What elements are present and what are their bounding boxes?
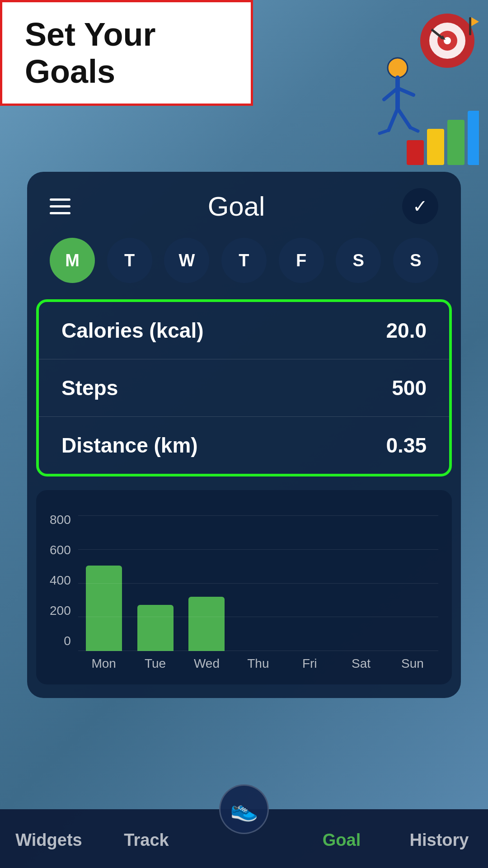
svg-rect-19: [468, 111, 479, 165]
distance-row[interactable]: Distance (km) 0.35: [39, 417, 449, 474]
steps-label: Steps: [61, 376, 392, 400]
nav-widgets[interactable]: Widgets: [0, 828, 98, 850]
nav-goal[interactable]: Goal: [293, 828, 390, 850]
y-label-600: 600: [50, 543, 71, 557]
grid-line-5: [78, 651, 438, 651]
chart-container: 800 600 400 200 0: [36, 490, 452, 684]
x-label-sat: Sat: [340, 656, 382, 671]
hamburger-line-2: [50, 205, 70, 208]
y-label-400: 400: [50, 573, 71, 588]
svg-rect-16: [407, 140, 424, 165]
nav-history[interactable]: History: [390, 828, 488, 850]
day-sunday[interactable]: S: [393, 238, 438, 283]
svg-line-11: [398, 88, 413, 95]
x-label-wed: Wed: [186, 656, 228, 671]
calories-label: Calories (kcal): [61, 318, 386, 343]
card-header: Goal ✓: [27, 172, 461, 238]
header-box: Set Your Goals: [0, 0, 253, 106]
chart-bars-area: Mon Tue Wed Thu Fri Sat Sun: [78, 515, 438, 671]
day-label-w: W: [178, 251, 195, 270]
day-label-t2: T: [239, 251, 249, 270]
day-monday[interactable]: M: [50, 238, 95, 283]
hamburger-line-1: [50, 198, 70, 201]
day-selector: M T W T F S S: [27, 238, 461, 299]
day-label-f: F: [296, 251, 306, 270]
nav-widgets-label: Widgets: [15, 830, 82, 850]
main-card: Goal ✓ M T W T F S S Calories (kcal): [27, 172, 461, 698]
steps-value: 500: [392, 376, 427, 400]
y-label-800: 800: [50, 513, 71, 527]
day-label-s2: S: [410, 251, 421, 270]
x-label-thu: Thu: [237, 656, 279, 671]
day-thursday[interactable]: T: [221, 238, 267, 283]
grid-line-3: [78, 583, 438, 584]
distance-value: 0.35: [386, 433, 427, 458]
menu-button[interactable]: [50, 198, 70, 214]
goals-table: Calories (kcal) 20.0 Steps 500 Distance …: [36, 299, 452, 476]
card-title: Goal: [208, 191, 265, 222]
calories-row[interactable]: Calories (kcal) 20.0: [39, 302, 449, 359]
illustration: [343, 5, 479, 167]
nav-track-label: Track: [124, 830, 169, 850]
day-tuesday[interactable]: T: [107, 238, 152, 283]
steps-row[interactable]: Steps 500: [39, 359, 449, 417]
x-label-fri: Fri: [288, 656, 331, 671]
nav-history-label: History: [410, 830, 469, 850]
shoe-icon: 👟: [230, 796, 258, 822]
x-labels: Mon Tue Wed Thu Fri Sat Sun: [78, 651, 438, 671]
svg-rect-17: [427, 129, 444, 165]
grid-line-1: [78, 515, 438, 516]
bottom-nav: Widgets Track 👟 Goal History: [0, 809, 488, 868]
svg-rect-4: [469, 17, 471, 35]
day-wednesday[interactable]: W: [164, 238, 209, 283]
day-saturday[interactable]: S: [336, 238, 381, 283]
y-label-200: 200: [50, 604, 71, 618]
svg-point-3: [444, 37, 451, 44]
nav-goal-label: Goal: [323, 830, 361, 850]
grid-line-2: [78, 549, 438, 550]
svg-point-8: [388, 58, 408, 78]
svg-line-13: [398, 108, 410, 127]
svg-marker-5: [471, 17, 479, 26]
nav-track[interactable]: Track: [98, 828, 195, 850]
confirm-button[interactable]: ✓: [402, 188, 438, 224]
day-friday[interactable]: F: [279, 238, 324, 283]
page-title: Set Your Goals: [25, 16, 155, 90]
chart-y-axis: 800 600 400 200 0: [50, 513, 71, 648]
svg-line-15: [410, 127, 418, 131]
grid-line-4: [78, 617, 438, 617]
svg-rect-18: [447, 120, 465, 165]
svg-line-12: [389, 108, 398, 130]
check-icon: ✓: [413, 196, 428, 217]
day-label-m: M: [65, 251, 80, 270]
day-label-s1: S: [353, 251, 364, 270]
day-label-t1: T: [124, 251, 135, 270]
y-label-0: 0: [50, 634, 71, 648]
nav-center-button[interactable]: 👟: [219, 784, 269, 834]
chart-area: 800 600 400 200 0: [50, 508, 438, 671]
x-label-tue: Tue: [134, 656, 177, 671]
x-label-sun: Sun: [391, 656, 434, 671]
chart-grid: [78, 515, 438, 651]
x-label-mon: Mon: [83, 656, 125, 671]
distance-label: Distance (km): [61, 433, 386, 458]
svg-line-14: [380, 130, 389, 133]
hamburger-line-3: [50, 212, 70, 214]
calories-value: 20.0: [386, 318, 427, 343]
